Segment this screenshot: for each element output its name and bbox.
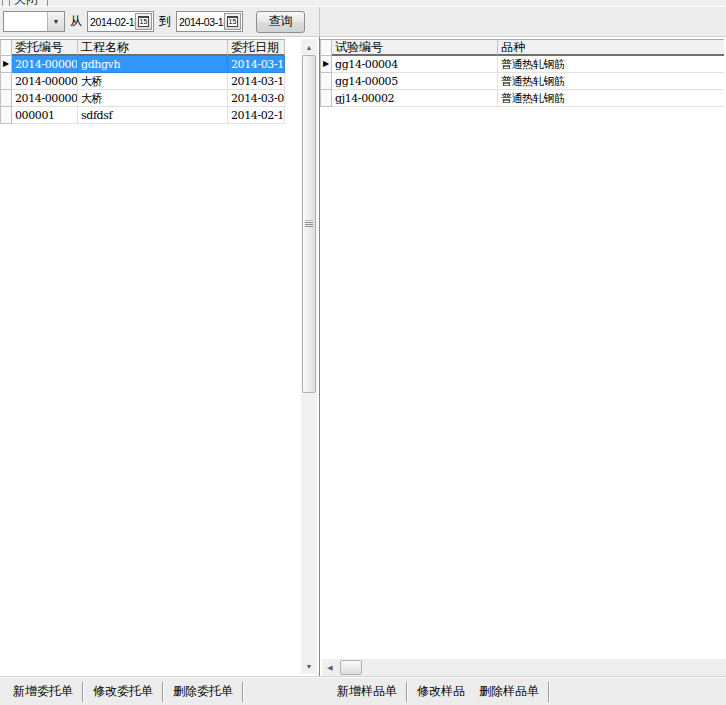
from-date-picker[interactable]: 2014-02-18 15 [87, 11, 154, 32]
calendar-icon[interactable]: 15 [224, 13, 241, 30]
vertical-scrollbar[interactable]: ▲ ▼ [301, 39, 317, 674]
toolbar-button[interactable]: 修改委托单 [86, 680, 160, 703]
table-cell[interactable]: 普通热轧钢筋 [498, 90, 724, 107]
toolbar-button[interactable]: 删除样品单 [472, 680, 546, 703]
table-row[interactable]: gg14-00005普通热轧钢筋 [320, 73, 724, 90]
table-cell[interactable]: 2014-02-18 [228, 107, 285, 124]
button-separator [82, 682, 84, 702]
header-corner [320, 40, 332, 56]
table-header: 试验编号品种 [320, 39, 724, 56]
column-header: 品种 [498, 40, 724, 56]
table-row[interactable]: 000001sdfdsf2014-02-18 [0, 107, 285, 124]
panel-divider [319, 7, 320, 38]
row-selector[interactable] [320, 90, 332, 107]
calendar-day-number: 15 [138, 16, 150, 27]
table-header: 委托编号工程名称委托日期 [0, 39, 285, 56]
from-label: 从 [70, 13, 82, 30]
table-cell[interactable]: 2014-000004 [12, 56, 78, 73]
query-toolbar: ▼ 从 2014-02-18 15 到 2014-03-18 15 查询 [0, 6, 726, 37]
table-cell[interactable]: gg14-00004 [332, 56, 498, 73]
main-area: 委托编号工程名称委托日期▶2014-000004gdhgvh2014-03-13… [0, 37, 726, 676]
button-separator [548, 682, 550, 702]
to-date-picker[interactable]: 2014-03-18 15 [176, 11, 243, 32]
row-selector[interactable] [0, 107, 12, 124]
sample-list-panel: 试验编号品种▶gg14-00004普通热轧钢筋gg14-00005普通热轧钢筋g… [320, 37, 726, 676]
table-cell[interactable]: 大桥 [78, 90, 228, 107]
filter-combobox[interactable]: ▼ [3, 11, 65, 32]
row-selector[interactable] [320, 73, 332, 90]
header-corner [0, 40, 12, 56]
table-cell[interactable]: gg14-00005 [332, 73, 498, 90]
horizontal-scrollbar[interactable]: ◀ [322, 659, 726, 676]
table-row[interactable]: ▶gg14-00004普通热轧钢筋 [320, 56, 724, 73]
table-row[interactable]: 2014-000003大桥2014-03-12 [0, 73, 285, 90]
column-header: 委托日期 [228, 40, 285, 56]
table-cell[interactable]: 普通热轧钢筋 [498, 73, 724, 90]
table-cell[interactable]: 2014-03-13 [228, 56, 285, 73]
toolbar-button[interactable]: 新增委托单 [6, 680, 80, 703]
scrollbar-thumb[interactable] [302, 55, 316, 393]
sample-table: 试验编号品种▶gg14-00004普通热轧钢筋gg14-00005普通热轧钢筋g… [320, 39, 724, 107]
query-button[interactable]: 查询 [256, 11, 305, 33]
button-separator [242, 682, 244, 702]
calendar-day-number: 15 [227, 16, 239, 27]
bottom-button-bar: 新增委托单修改委托单删除委托单 新增样品单修改样品删除样品单 [0, 676, 726, 705]
button-separator [162, 682, 164, 702]
row-selector[interactable] [0, 90, 12, 107]
table-row[interactable]: 2014-000002大桥2014-03-05 [0, 90, 285, 107]
scroll-left-icon[interactable]: ◀ [322, 659, 338, 676]
row-selector[interactable]: ▶ [0, 56, 12, 73]
table-cell[interactable]: 2014-03-05 [228, 90, 285, 107]
button-separator [406, 682, 408, 702]
table-cell[interactable]: gdhgvh [78, 56, 228, 73]
filter-combobox-value [4, 12, 47, 31]
to-label: 到 [159, 13, 171, 30]
scrollbar-thumb[interactable] [340, 660, 362, 675]
table-cell[interactable]: 000001 [12, 107, 78, 124]
scrollbar-grip-icon [305, 221, 313, 228]
from-date-value: 2014-02-18 [88, 16, 135, 28]
toolbar-button[interactable]: 新增样品单 [330, 680, 404, 703]
table-row[interactable]: ▶2014-000004gdhgvh2014-03-13 [0, 56, 285, 73]
row-selector[interactable]: ▶ [320, 56, 332, 73]
sample-buttons: 新增样品单修改样品删除样品单 [330, 680, 552, 703]
table-row[interactable]: gj14-00002普通热轧钢筋 [320, 90, 724, 107]
row-selector[interactable] [0, 73, 12, 90]
chevron-down-icon[interactable]: ▼ [47, 12, 64, 31]
column-header: 试验编号 [332, 40, 498, 56]
commission-buttons: 新增委托单修改委托单删除委托单 [6, 680, 246, 703]
table-cell[interactable]: gj14-00002 [332, 90, 498, 107]
table-cell[interactable]: 大桥 [78, 73, 228, 90]
current-row-marker-icon: ▶ [323, 60, 329, 68]
table-cell[interactable]: 2014-000002 [12, 90, 78, 107]
table-cell[interactable]: 2014-000003 [12, 73, 78, 90]
toolbar-button[interactable]: 删除委托单 [166, 680, 240, 703]
table-cell[interactable]: 2014-03-12 [228, 73, 285, 90]
to-date-value: 2014-03-18 [177, 16, 224, 28]
current-row-marker-icon: ▶ [3, 60, 9, 68]
table-cell[interactable]: 普通热轧钢筋 [498, 56, 724, 73]
toolbar-button[interactable]: 修改样品 [410, 680, 472, 703]
commission-table: 委托编号工程名称委托日期▶2014-000004gdhgvh2014-03-13… [0, 39, 285, 124]
column-header: 委托编号 [12, 40, 78, 56]
application-window: 关闭 ▼ 从 2014-02-18 15 到 2014-03-18 15 查询 … [0, 0, 726, 705]
table-cell[interactable]: sdfdsf [78, 107, 228, 124]
scroll-up-icon[interactable]: ▲ [301, 39, 317, 55]
scroll-down-icon[interactable]: ▼ [301, 658, 317, 674]
calendar-icon[interactable]: 15 [135, 13, 152, 30]
commission-list-panel: 委托编号工程名称委托日期▶2014-000004gdhgvh2014-03-13… [0, 37, 320, 676]
column-header: 工程名称 [78, 40, 228, 56]
